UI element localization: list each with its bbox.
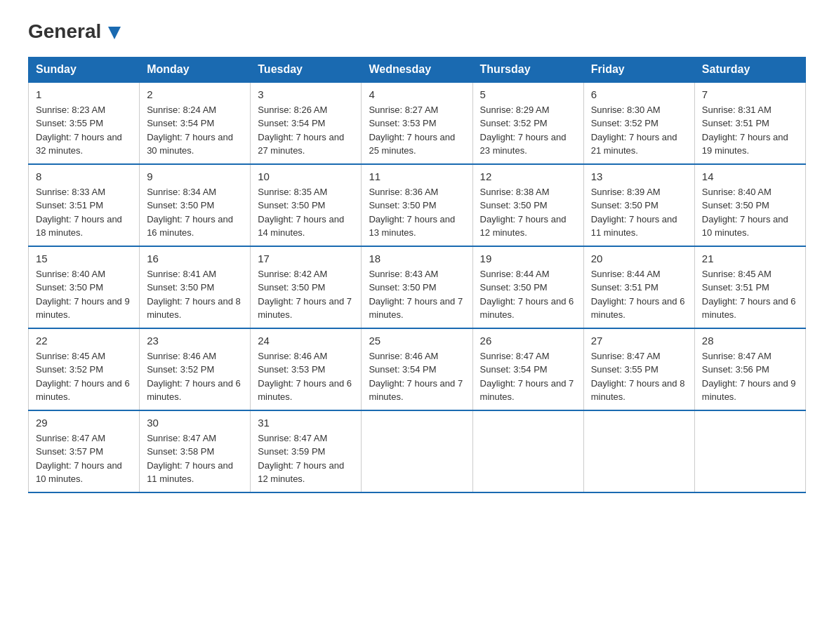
day-info: Sunrise: 8:27 AM Sunset: 3:53 PM Dayligh… bbox=[369, 103, 465, 158]
weekday-header-wednesday: Wednesday bbox=[362, 57, 472, 82]
calendar-cell: 9 Sunrise: 8:34 AM Sunset: 3:50 PM Dayli… bbox=[140, 164, 251, 246]
day-number: 22 bbox=[36, 335, 132, 347]
day-number: 7 bbox=[702, 88, 798, 100]
day-info: Sunrise: 8:46 AM Sunset: 3:52 PM Dayligh… bbox=[147, 349, 243, 404]
calendar-cell: 23 Sunrise: 8:46 AM Sunset: 3:52 PM Dayl… bbox=[140, 328, 251, 410]
day-number: 11 bbox=[369, 170, 465, 182]
day-info: Sunrise: 8:47 AM Sunset: 3:54 PM Dayligh… bbox=[480, 349, 576, 404]
calendar-cell: 27 Sunrise: 8:47 AM Sunset: 3:55 PM Dayl… bbox=[583, 328, 694, 410]
calendar-cell: 2 Sunrise: 8:24 AM Sunset: 3:54 PM Dayli… bbox=[140, 82, 251, 164]
calendar-cell: 30 Sunrise: 8:47 AM Sunset: 3:58 PM Dayl… bbox=[140, 410, 251, 492]
calendar-cell: 7 Sunrise: 8:31 AM Sunset: 3:51 PM Dayli… bbox=[694, 82, 805, 164]
day-number: 23 bbox=[147, 335, 243, 347]
calendar-week-row: 8 Sunrise: 8:33 AM Sunset: 3:51 PM Dayli… bbox=[29, 164, 806, 246]
calendar-cell: 10 Sunrise: 8:35 AM Sunset: 3:50 PM Dayl… bbox=[251, 164, 362, 246]
calendar-cell: 11 Sunrise: 8:36 AM Sunset: 3:50 PM Dayl… bbox=[362, 164, 472, 246]
calendar-cell: 15 Sunrise: 8:40 AM Sunset: 3:50 PM Dayl… bbox=[29, 246, 140, 328]
day-info: Sunrise: 8:40 AM Sunset: 3:50 PM Dayligh… bbox=[702, 185, 798, 240]
logo: General bbox=[28, 21, 121, 43]
calendar-cell: 19 Sunrise: 8:44 AM Sunset: 3:50 PM Dayl… bbox=[472, 246, 583, 328]
calendar-cell: 4 Sunrise: 8:27 AM Sunset: 3:53 PM Dayli… bbox=[362, 82, 472, 164]
calendar-cell: 3 Sunrise: 8:26 AM Sunset: 3:54 PM Dayli… bbox=[251, 82, 362, 164]
day-info: Sunrise: 8:35 AM Sunset: 3:50 PM Dayligh… bbox=[258, 185, 354, 240]
day-number: 19 bbox=[480, 253, 576, 264]
calendar-week-row: 29 Sunrise: 8:47 AM Sunset: 3:57 PM Dayl… bbox=[29, 410, 806, 492]
day-number: 20 bbox=[591, 253, 687, 264]
day-info: Sunrise: 8:26 AM Sunset: 3:54 PM Dayligh… bbox=[258, 103, 354, 158]
day-info: Sunrise: 8:43 AM Sunset: 3:50 PM Dayligh… bbox=[369, 267, 465, 322]
day-info: Sunrise: 8:44 AM Sunset: 3:50 PM Dayligh… bbox=[480, 267, 576, 322]
day-number: 30 bbox=[147, 417, 243, 429]
day-number: 24 bbox=[258, 335, 354, 347]
calendar-cell: 17 Sunrise: 8:42 AM Sunset: 3:50 PM Dayl… bbox=[251, 246, 362, 328]
calendar-cell: 8 Sunrise: 8:33 AM Sunset: 3:51 PM Dayli… bbox=[29, 164, 140, 246]
day-info: Sunrise: 8:36 AM Sunset: 3:50 PM Dayligh… bbox=[369, 185, 465, 240]
logo-arrow-icon bbox=[108, 27, 121, 39]
day-number: 18 bbox=[369, 253, 465, 264]
day-number: 6 bbox=[591, 88, 687, 100]
weekday-header-monday: Monday bbox=[140, 57, 251, 82]
weekday-header-friday: Friday bbox=[583, 57, 694, 82]
day-number: 31 bbox=[258, 417, 354, 429]
day-number: 4 bbox=[369, 88, 465, 100]
calendar-cell: 13 Sunrise: 8:39 AM Sunset: 3:50 PM Dayl… bbox=[583, 164, 694, 246]
day-number: 25 bbox=[369, 335, 465, 347]
day-number: 3 bbox=[258, 88, 354, 100]
day-number: 12 bbox=[480, 170, 576, 182]
day-info: Sunrise: 8:41 AM Sunset: 3:50 PM Dayligh… bbox=[147, 267, 243, 322]
day-info: Sunrise: 8:39 AM Sunset: 3:50 PM Dayligh… bbox=[591, 185, 687, 240]
weekday-header-tuesday: Tuesday bbox=[251, 57, 362, 82]
calendar-cell: 16 Sunrise: 8:41 AM Sunset: 3:50 PM Dayl… bbox=[140, 246, 251, 328]
weekday-header-thursday: Thursday bbox=[472, 57, 583, 82]
calendar-header-row: SundayMondayTuesdayWednesdayThursdayFrid… bbox=[29, 57, 806, 82]
day-number: 21 bbox=[702, 253, 798, 264]
day-number: 15 bbox=[36, 253, 132, 264]
day-info: Sunrise: 8:47 AM Sunset: 3:57 PM Dayligh… bbox=[36, 431, 132, 486]
day-info: Sunrise: 8:23 AM Sunset: 3:55 PM Dayligh… bbox=[36, 103, 132, 158]
day-info: Sunrise: 8:40 AM Sunset: 3:50 PM Dayligh… bbox=[36, 267, 132, 322]
day-info: Sunrise: 8:47 AM Sunset: 3:56 PM Dayligh… bbox=[702, 349, 798, 404]
calendar-cell bbox=[362, 410, 472, 492]
day-info: Sunrise: 8:24 AM Sunset: 3:54 PM Dayligh… bbox=[147, 103, 243, 158]
calendar-cell bbox=[694, 410, 805, 492]
day-number: 27 bbox=[591, 335, 687, 347]
svg-marker-0 bbox=[108, 27, 121, 39]
day-info: Sunrise: 8:31 AM Sunset: 3:51 PM Dayligh… bbox=[702, 103, 798, 158]
day-number: 16 bbox=[147, 253, 243, 264]
day-info: Sunrise: 8:44 AM Sunset: 3:51 PM Dayligh… bbox=[591, 267, 687, 322]
weekday-header-sunday: Sunday bbox=[29, 57, 140, 82]
calendar-cell: 14 Sunrise: 8:40 AM Sunset: 3:50 PM Dayl… bbox=[694, 164, 805, 246]
calendar-cell: 22 Sunrise: 8:45 AM Sunset: 3:52 PM Dayl… bbox=[29, 328, 140, 410]
calendar-cell: 18 Sunrise: 8:43 AM Sunset: 3:50 PM Dayl… bbox=[362, 246, 472, 328]
calendar-cell: 26 Sunrise: 8:47 AM Sunset: 3:54 PM Dayl… bbox=[472, 328, 583, 410]
day-info: Sunrise: 8:46 AM Sunset: 3:54 PM Dayligh… bbox=[369, 349, 465, 404]
day-info: Sunrise: 8:34 AM Sunset: 3:50 PM Dayligh… bbox=[147, 185, 243, 240]
day-info: Sunrise: 8:29 AM Sunset: 3:52 PM Dayligh… bbox=[480, 103, 576, 158]
calendar-cell: 21 Sunrise: 8:45 AM Sunset: 3:51 PM Dayl… bbox=[694, 246, 805, 328]
calendar-cell bbox=[472, 410, 583, 492]
logo-text-general: General bbox=[28, 21, 121, 43]
weekday-header-saturday: Saturday bbox=[694, 57, 805, 82]
day-info: Sunrise: 8:46 AM Sunset: 3:53 PM Dayligh… bbox=[258, 349, 354, 404]
day-info: Sunrise: 8:47 AM Sunset: 3:58 PM Dayligh… bbox=[147, 431, 243, 486]
calendar-cell: 31 Sunrise: 8:47 AM Sunset: 3:59 PM Dayl… bbox=[251, 410, 362, 492]
day-number: 29 bbox=[36, 417, 132, 429]
day-number: 17 bbox=[258, 253, 354, 264]
calendar-week-row: 22 Sunrise: 8:45 AM Sunset: 3:52 PM Dayl… bbox=[29, 328, 806, 410]
calendar-table: SundayMondayTuesdayWednesdayThursdayFrid… bbox=[28, 57, 806, 493]
day-number: 10 bbox=[258, 170, 354, 182]
day-number: 1 bbox=[36, 88, 132, 100]
day-number: 28 bbox=[702, 335, 798, 347]
calendar-cell: 20 Sunrise: 8:44 AM Sunset: 3:51 PM Dayl… bbox=[583, 246, 694, 328]
day-number: 13 bbox=[591, 170, 687, 182]
day-info: Sunrise: 8:47 AM Sunset: 3:59 PM Dayligh… bbox=[258, 431, 354, 486]
calendar-cell: 5 Sunrise: 8:29 AM Sunset: 3:52 PM Dayli… bbox=[472, 82, 583, 164]
day-info: Sunrise: 8:42 AM Sunset: 3:50 PM Dayligh… bbox=[258, 267, 354, 322]
day-info: Sunrise: 8:45 AM Sunset: 3:52 PM Dayligh… bbox=[36, 349, 132, 404]
calendar-cell: 29 Sunrise: 8:47 AM Sunset: 3:57 PM Dayl… bbox=[29, 410, 140, 492]
day-number: 14 bbox=[702, 170, 798, 182]
calendar-week-row: 15 Sunrise: 8:40 AM Sunset: 3:50 PM Dayl… bbox=[29, 246, 806, 328]
day-info: Sunrise: 8:30 AM Sunset: 3:52 PM Dayligh… bbox=[591, 103, 687, 158]
day-info: Sunrise: 8:45 AM Sunset: 3:51 PM Dayligh… bbox=[702, 267, 798, 322]
day-number: 2 bbox=[147, 88, 243, 100]
